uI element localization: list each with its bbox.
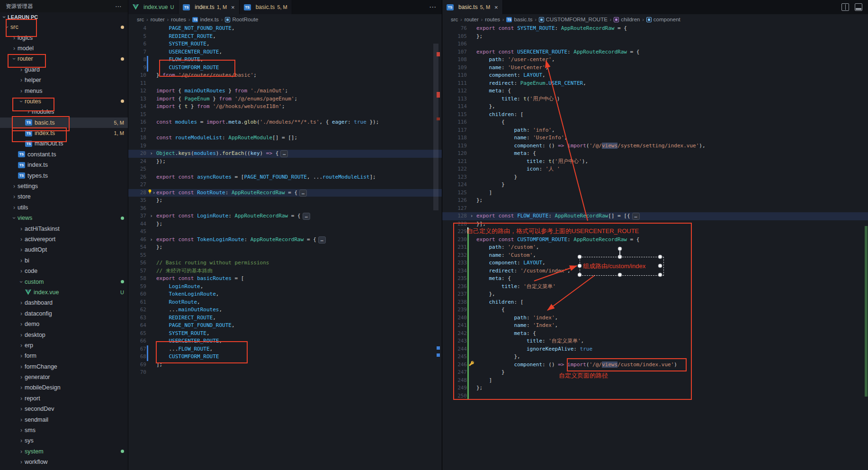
tree-item-demo[interactable]: ›demo bbox=[0, 319, 128, 329]
customize-layout-icon[interactable] bbox=[855, 3, 862, 11]
tree-item-sys[interactable]: ›sys bbox=[0, 435, 128, 446]
code-line-228[interactable]: 228}]; bbox=[442, 220, 868, 228]
code-line-125[interactable]: 125 ] bbox=[442, 189, 868, 197]
tree-item-logics[interactable]: ›logics bbox=[0, 32, 128, 43]
tree-item-report[interactable]: ›report bbox=[0, 393, 128, 404]
tree-item-desktop[interactable]: ›desktop bbox=[0, 329, 128, 340]
code-line-116[interactable]: 116 { bbox=[442, 118, 868, 127]
folded-code-ellipsis[interactable]: … bbox=[632, 213, 640, 220]
tree-item-custom[interactable]: ›custom bbox=[0, 276, 128, 287]
code-line-5[interactable]: 5 REDIRECT_ROUTE, bbox=[128, 33, 442, 41]
tree-item-dataconfig[interactable]: ›dataconfig bbox=[0, 308, 128, 319]
code-line-243[interactable]: 243 title: '自定义菜单', bbox=[442, 337, 868, 345]
code-line-37[interactable]: 37›export const LoginRoute: AppRouteReco… bbox=[128, 212, 442, 220]
tree-item-index.vue[interactable]: index.vueU bbox=[0, 287, 128, 298]
code-line-64[interactable]: 64 PAGE_NOT_FOUND_ROUTE, bbox=[128, 322, 442, 330]
code-line-35[interactable]: 35}; bbox=[128, 197, 442, 205]
scrollbar-thumb[interactable] bbox=[433, 44, 438, 210]
tree-item-bi[interactable]: ›bi bbox=[0, 255, 128, 266]
code-line-46[interactable]: 46›export const TokenLoginRoute: AppRout… bbox=[128, 236, 442, 244]
tree-item-sendmail[interactable]: ›sendmail bbox=[0, 414, 128, 425]
tab-index.vue[interactable]: index.vueU bbox=[128, 0, 179, 14]
breadcrumb-item-routes[interactable]: routes bbox=[171, 17, 186, 22]
code-line-124[interactable]: 124 } bbox=[442, 181, 868, 189]
code-line-107[interactable]: 107export const USERCENTER_ROUTE: AppRou… bbox=[442, 48, 868, 56]
code-line-66[interactable]: 66 USERCENTER_ROUTE, bbox=[128, 337, 442, 345]
code-line-9[interactable]: 9 CUSTOMFORM_ROUTE bbox=[128, 64, 442, 72]
tree-item-sms[interactable]: ›sms bbox=[0, 425, 128, 435]
code-editor-basic-ts[interactable]: 76export const SYSTEM_ROUTE: AppRouteRec… bbox=[442, 25, 868, 470]
close-icon[interactable]: × bbox=[494, 4, 498, 11]
tree-item-mainOut.ts[interactable]: TSmainOut.ts bbox=[0, 138, 128, 149]
code-line-123[interactable]: 123 } bbox=[442, 173, 868, 181]
code-line-121[interactable]: 121 title: t('用户中心'), bbox=[442, 158, 868, 166]
code-line-15[interactable]: 15 bbox=[128, 111, 442, 119]
code-line-16[interactable]: 16const modules = import.meta.glob('./mo… bbox=[128, 118, 442, 127]
tree-item-dashboard[interactable]: ›dashboard bbox=[0, 298, 128, 308]
code-line-113[interactable]: 113 title: t('用户中心') bbox=[442, 95, 868, 103]
breadcrumb-item-src[interactable]: src bbox=[451, 17, 458, 22]
code-line-17[interactable]: 17 bbox=[128, 127, 442, 135]
code-line-118[interactable]: 118 name: 'UserInfo', bbox=[442, 134, 868, 142]
code-editor-index-ts[interactable]: 4 PAGE_NOT_FOUND_ROUTE,5 REDIRECT_ROUTE,… bbox=[128, 25, 442, 470]
code-line-112[interactable]: 112 meta: { bbox=[442, 87, 868, 95]
code-line-128[interactable]: 128›export const FLOW_ROUTE: AppRouteRec… bbox=[442, 212, 868, 220]
code-line-108[interactable]: 108 path: '/user-center', bbox=[442, 56, 868, 64]
breadcrumb-item-router[interactable]: router bbox=[465, 17, 479, 22]
code-line-25[interactable]: 25 bbox=[128, 165, 442, 173]
code-line-12[interactable]: 12import { mainOutRoutes } from './mainO… bbox=[128, 87, 442, 95]
code-line-238[interactable]: 238 children: [ bbox=[442, 298, 868, 307]
code-line-61[interactable]: 61 RootRoute, bbox=[128, 298, 442, 307]
tree-item-routes[interactable]: ›routes bbox=[0, 96, 128, 107]
tree-item-code[interactable]: ›code bbox=[0, 266, 128, 276]
code-line-110[interactable]: 110 component: LAYOUT, bbox=[442, 72, 868, 80]
code-line-119[interactable]: 119 component: () => import('/@/views/sy… bbox=[442, 142, 868, 150]
tree-item-types.ts[interactable]: TStypes.ts bbox=[0, 170, 128, 181]
code-line-18[interactable]: 18const routeModuleList: AppRouteModule[… bbox=[128, 134, 442, 142]
code-line-26[interactable]: 26export const asyncRoutes = [PAGE_NOT_F… bbox=[128, 173, 442, 181]
code-line-8[interactable]: 8 FLOW_ROUTE, bbox=[128, 56, 442, 64]
lightbulb-icon[interactable] bbox=[147, 189, 152, 197]
code-line-55[interactable]: 55 bbox=[128, 252, 442, 260]
code-line-58[interactable]: 58export const basicRoutes = [ bbox=[128, 275, 442, 283]
close-icon[interactable]: × bbox=[231, 4, 235, 11]
code-line-232[interactable]: 232 name: 'Custom', bbox=[442, 252, 868, 260]
tree-item-router[interactable]: ›router bbox=[0, 54, 128, 64]
code-line-4[interactable]: 4 PAGE_NOT_FOUND_ROUTE, bbox=[128, 25, 442, 33]
tree-item-system[interactable]: ›system bbox=[0, 446, 128, 457]
breadcrumb-item-CUSTOMFORM_ROUTE[interactable]: CUSTOMFORM_ROUTE bbox=[539, 17, 608, 22]
fold-chevron-icon[interactable]: › bbox=[150, 212, 153, 220]
code-line-6[interactable]: 6 SYSTEM_ROUTE, bbox=[128, 40, 442, 48]
code-line-60[interactable]: 60 TokenLoginRoute, bbox=[128, 290, 442, 298]
code-line-111[interactable]: 111 redirect: PageEnum.USER_CENTER, bbox=[442, 80, 868, 88]
code-line-63[interactable]: 63 REDIRECT_ROUTE, bbox=[128, 314, 442, 322]
code-line-36[interactable]: 36 bbox=[128, 205, 442, 213]
code-line-44[interactable]: 44}; bbox=[128, 220, 442, 228]
code-line-236[interactable]: 236 title: '自定义菜单' bbox=[442, 283, 868, 291]
code-line-246[interactable]: 246 component: () => import('/@/views/cu… bbox=[442, 361, 868, 369]
folded-code-ellipsis[interactable]: … bbox=[303, 213, 310, 220]
tree-item-auditOpt[interactable]: ›auditOpt bbox=[0, 244, 128, 255]
tree-item-actHiTaskinst[interactable]: ›actHiTaskinst bbox=[0, 223, 128, 234]
code-line-68[interactable]: 68 CUSTOMFORM_ROUTE bbox=[128, 353, 442, 361]
split-editor-icon[interactable] bbox=[841, 3, 849, 11]
tree-item-form[interactable]: ›form bbox=[0, 351, 128, 361]
code-line-105[interactable]: 105}; bbox=[442, 33, 868, 41]
code-line-56[interactable]: 56// Basic routing without permissions bbox=[128, 259, 442, 267]
fold-chevron-icon[interactable]: › bbox=[470, 212, 474, 220]
tree-item-modules[interactable]: ›modules bbox=[0, 107, 128, 117]
code-line-126[interactable]: 126}; bbox=[442, 197, 868, 205]
code-line-249[interactable]: 249}; bbox=[442, 384, 868, 392]
code-line-13[interactable]: 13import { PageEnum } from '/@/enums/pag… bbox=[128, 95, 442, 103]
tree-item-src[interactable]: ›src bbox=[0, 22, 128, 32]
code-line-117[interactable]: 117 path: 'info', bbox=[442, 127, 868, 135]
breadcrumb-item-basic.ts[interactable]: TSbasic.ts bbox=[506, 17, 532, 22]
code-line-247[interactable]: 247 } bbox=[442, 369, 868, 377]
code-line-239[interactable]: 239 { bbox=[442, 306, 868, 314]
tree-item-model[interactable]: ›model bbox=[0, 43, 128, 54]
breadcrumb-item-router[interactable]: router bbox=[151, 17, 165, 22]
breadcrumb-item-component[interactable]: component bbox=[646, 17, 680, 22]
breadcrumb-item-src[interactable]: src bbox=[137, 17, 144, 22]
breadcrumb-item-children[interactable]: children bbox=[614, 17, 640, 22]
code-line-67[interactable]: 67 ...FLOW_ROUTE, bbox=[128, 345, 442, 353]
